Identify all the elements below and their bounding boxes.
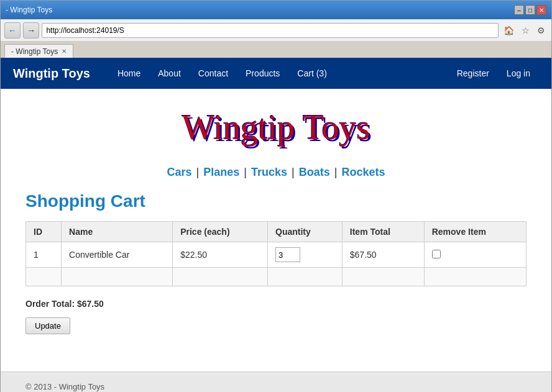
category-boats[interactable]: Boats xyxy=(299,166,330,178)
home-icon[interactable]: 🏠 xyxy=(501,24,517,37)
cell-id: 1 xyxy=(26,242,62,268)
col-price: Price (each) xyxy=(173,222,268,242)
minimize-button[interactable]: – xyxy=(514,5,524,15)
nav-login[interactable]: Log in xyxy=(498,58,539,89)
empty-id xyxy=(26,268,62,286)
quantity-input[interactable] xyxy=(275,247,300,262)
sep-2: | xyxy=(241,166,247,178)
navbar-brand[interactable]: Wingtip Toys xyxy=(13,66,90,81)
empty-total xyxy=(342,268,424,286)
col-id: ID xyxy=(26,222,62,242)
page-title: Shopping Cart xyxy=(25,191,527,211)
col-total: Item Total xyxy=(342,222,424,242)
navbar-right: Register Log in xyxy=(448,58,539,89)
tab-bar: - Wingtip Toys ✕ xyxy=(1,42,551,58)
category-links: Cars | Planes | Trucks | Boats | Rockets xyxy=(1,160,551,191)
col-qty: Quantity xyxy=(268,222,343,242)
empty-name xyxy=(62,268,173,286)
table-row: 1 Convertible Car $22.50 $67.50 xyxy=(26,242,527,268)
empty-qty xyxy=(268,268,343,286)
remove-checkbox[interactable] xyxy=(432,250,441,258)
cell-item-total: $67.50 xyxy=(342,242,424,268)
sep-4: | xyxy=(331,166,338,178)
category-rockets[interactable]: Rockets xyxy=(341,166,385,178)
col-name: Name xyxy=(62,222,173,242)
cell-remove xyxy=(424,242,526,268)
category-trucks[interactable]: Trucks xyxy=(251,166,287,178)
site-title: Wingtip Toys xyxy=(182,107,370,147)
nav-about[interactable]: About xyxy=(149,58,190,89)
forward-button[interactable]: → xyxy=(23,22,39,39)
order-total: Order Total: $67.50 xyxy=(25,299,527,309)
nav-products[interactable]: Products xyxy=(237,58,288,89)
page-header: Wingtip Toys xyxy=(1,89,551,160)
category-planes[interactable]: Planes xyxy=(203,166,239,178)
cell-price: $22.50 xyxy=(173,242,268,268)
address-bar: ← → 🏠 ☆ ⚙ xyxy=(1,19,551,42)
nav-cart[interactable]: Cart (3) xyxy=(288,58,335,89)
footer: © 2013 - Wingtip Toys xyxy=(1,371,551,392)
maximize-button[interactable]: □ xyxy=(525,5,535,15)
category-cars[interactable]: Cars xyxy=(167,166,192,178)
settings-icon[interactable]: ⚙ xyxy=(535,24,548,37)
table-header-row: ID Name Price (each) Quantity Item Total… xyxy=(26,222,527,242)
sep-3: | xyxy=(288,166,295,178)
nav-contact[interactable]: Contact xyxy=(190,58,237,89)
navbar: Wingtip Toys Home About Contact Products… xyxy=(1,58,551,89)
col-remove: Remove Item xyxy=(424,222,526,242)
cell-name: Convertible Car xyxy=(62,242,173,268)
browser-tab[interactable]: - Wingtip Toys ✕ xyxy=(4,44,73,58)
nav-register[interactable]: Register xyxy=(448,58,498,89)
browser-content: Wingtip Toys Home About Contact Products… xyxy=(1,58,551,392)
address-input[interactable] xyxy=(42,23,499,38)
update-button[interactable]: Update xyxy=(25,317,70,334)
navbar-nav: Home About Contact Products Cart (3) xyxy=(109,58,448,89)
star-icon[interactable]: ☆ xyxy=(519,24,532,37)
empty-price xyxy=(173,268,268,286)
title-bar: - Wingtip Toys – □ ✕ xyxy=(1,1,551,19)
toolbar-icons: 🏠 ☆ ⚙ xyxy=(501,24,548,37)
nav-home[interactable]: Home xyxy=(109,58,149,89)
footer-text: © 2013 - Wingtip Toys xyxy=(25,382,104,391)
content-area: Shopping Cart ID Name Price (each) Quant… xyxy=(1,191,551,359)
title-bar-buttons: – □ ✕ xyxy=(514,5,546,15)
tab-label: - Wingtip Toys xyxy=(11,47,58,56)
close-button[interactable]: ✕ xyxy=(536,5,546,15)
back-button[interactable]: ← xyxy=(4,22,21,39)
cell-qty xyxy=(268,242,343,268)
empty-row xyxy=(26,268,527,286)
sep-1: | xyxy=(193,166,200,178)
tab-close-icon[interactable]: ✕ xyxy=(62,48,67,55)
cart-table: ID Name Price (each) Quantity Item Total… xyxy=(25,221,527,286)
empty-remove xyxy=(424,268,526,286)
title-bar-text: - Wingtip Toys xyxy=(6,6,52,14)
